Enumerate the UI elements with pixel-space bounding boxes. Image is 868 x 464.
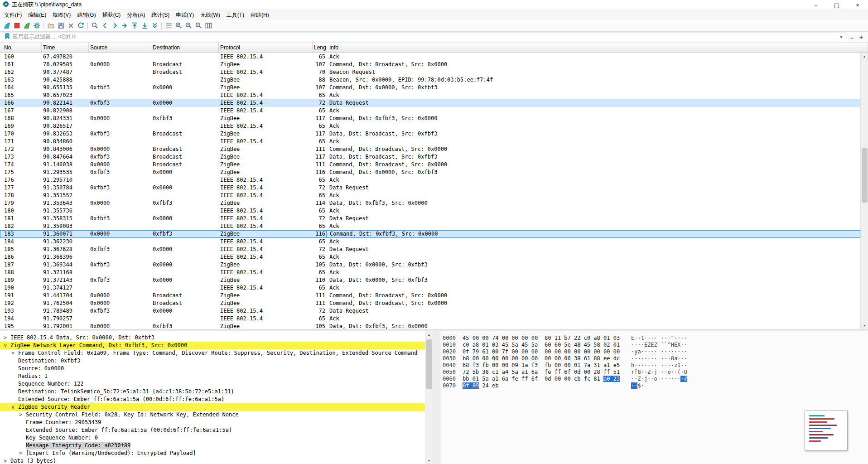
find-packet-icon[interactable] [90, 21, 100, 30]
scroll-down-icon[interactable]: ▼ [425, 457, 433, 464]
packet-row-182[interactable]: 18291.359083IEEE 802.15.465Ack [0, 222, 860, 230]
menu-item-file[interactable]: 文件(F) [1, 10, 25, 20]
packet-row-172[interactable]: 17290.8430060x0000BroadcastZigBee111Comm… [0, 145, 860, 153]
detail-row[interactable]: >[Expert Info (Warning/Undecoded): Encry… [0, 450, 425, 457]
packet-list-scrollbar-thumb[interactable] [862, 148, 868, 203]
close-button[interactable]: × [847, 0, 868, 10]
packet-row-188[interactable]: 18891.371168IEEE 802.15.465Ack [0, 269, 860, 276]
column-header-time[interactable]: Time [42, 43, 89, 53]
go-last-icon[interactable] [140, 21, 149, 30]
detail-row[interactable]: vZigBee Security Header [0, 403, 425, 411]
minimize-button[interactable]: − [805, 0, 826, 10]
hex-row-0040[interactable]: 004068 f3 fb 00 00 09 1a f3fb 00 00 01 7… [443, 362, 868, 369]
packet-list-scrollbar[interactable]: ▲ ▼ [860, 53, 868, 329]
detail-row[interactable]: Sequence Number: 122 [0, 380, 425, 388]
detail-row[interactable]: >IEEE 802.15.4 Data, Src: 0x0000, Dst: 0… [0, 334, 425, 342]
packet-row-161[interactable]: 16176.0295850x0000BroadcastZigBee107Comm… [0, 61, 860, 68]
zoom-in-icon[interactable] [174, 21, 183, 30]
hex-row-0070[interactable]: 00700f 89 24 eb··$· [443, 382, 868, 389]
packet-row-173[interactable]: 17390.8476640xfbf3BroadcastZigBee117Data… [0, 153, 860, 161]
column-header-no[interactable]: No. [0, 43, 42, 53]
packet-row-187[interactable]: 18791.3693440xfbf30x0000ZigBee105Data, D… [0, 261, 860, 269]
reload-icon[interactable] [76, 21, 86, 30]
expand-arrow-icon[interactable]: > [19, 450, 26, 457]
expand-arrow-icon[interactable]: > [4, 457, 10, 464]
packet-row-166[interactable]: 16690.8221410xfbf30x0000IEEE 802.15.472D… [0, 99, 860, 107]
close-file-icon[interactable] [66, 21, 76, 30]
detail-row[interactable]: Destination: 0xfbf3 [0, 357, 425, 365]
detail-row[interactable]: Destination: TelinkSemico_5b:72:e5:a1:31… [0, 388, 425, 396]
display-filter-input[interactable]: 应用显示过滤器 ... <Ctrl-/> ▼ [2, 33, 846, 41]
packet-row-178[interactable]: 17891.351552IEEE 802.15.465Ack [0, 192, 860, 199]
packet-row-177[interactable]: 17791.3507840xfbf30x0000IEEE 802.15.472D… [0, 184, 860, 192]
packet-row-192[interactable]: 19291.7625040x0000BroadcastZigBee111Comm… [0, 300, 860, 307]
resize-columns-icon[interactable] [203, 21, 213, 30]
packet-row-185[interactable]: 18591.3676280xfbf30x0000IEEE 802.15.472D… [0, 246, 860, 253]
packet-row-189[interactable]: 18991.3721430xfbf30x0000ZigBee110Data, D… [0, 276, 860, 284]
scroll-down-icon[interactable]: ▼ [861, 322, 868, 329]
filter-dropdown-icon[interactable]: ▼ [839, 34, 844, 39]
expand-arrow-icon[interactable]: > [19, 411, 26, 419]
packet-row-181[interactable]: 18191.3583150xfbf30x0000IEEE 802.15.472D… [0, 215, 860, 222]
hex-row-0020[interactable]: 00200f 79 61 00 7f 00 00 0000 00 00 00 0… [443, 348, 868, 355]
detail-row[interactable]: Source: 0x0000 [0, 365, 425, 372]
packet-row-176[interactable]: 17691.295710IEEE 802.15.465Ack [0, 176, 860, 184]
packet-row-170[interactable]: 17090.8326530xfbf3BroadcastZigBee117Data… [0, 130, 860, 138]
column-header-len[interactable]: Lengt [313, 43, 326, 53]
packet-row-163[interactable]: 16390.425888ZigBee88Beacon, Src: 0x0000,… [0, 76, 860, 84]
auto-scroll-icon[interactable] [149, 21, 159, 30]
maximize-button[interactable]: ▢ [826, 0, 847, 10]
hex-row-0060[interactable]: 0060bb 01 5a a1 6a fe ff 6f0d 00 00 cb f… [443, 376, 868, 382]
collapse-arrow-icon[interactable]: v [11, 403, 18, 411]
packet-row-168[interactable]: 16890.8243310x00000xfbf3ZigBee117Command… [0, 115, 860, 122]
go-forward-icon[interactable] [110, 21, 120, 30]
details-scrollbar[interactable]: ▲ ▼ [425, 331, 433, 464]
packet-row-184[interactable]: 18491.362230IEEE 802.15.465Ack [0, 238, 860, 246]
detail-row[interactable]: Radius: 1 [0, 372, 425, 380]
packet-row-186[interactable]: 18691.368396IEEE 802.15.465Ack [0, 253, 860, 261]
capture-options-icon[interactable] [32, 21, 42, 30]
start-capture-icon[interactable] [2, 21, 12, 30]
filter-add-button[interactable]: + [856, 33, 866, 42]
stop-capture-icon[interactable] [12, 21, 22, 30]
packet-row-167[interactable]: 16790.822908IEEE 802.15.465Ack [0, 107, 860, 115]
collapse-arrow-icon[interactable]: v [4, 342, 10, 349]
menu-item-wireless[interactable]: 无线(W) [197, 10, 223, 20]
expand-arrow-icon[interactable]: > [11, 349, 18, 357]
open-file-icon[interactable] [46, 21, 56, 30]
go-first-icon[interactable] [130, 21, 140, 30]
packet-row-194[interactable]: 19491.790257IEEE 802.15.465Ack [0, 315, 860, 323]
save-file-icon[interactable] [56, 21, 66, 30]
go-to-packet-icon[interactable] [120, 21, 130, 30]
menu-item-go[interactable]: 跳转(G) [74, 10, 99, 20]
menu-item-help[interactable]: 帮助(H) [247, 10, 272, 20]
hex-row-0000[interactable]: 000045 00 00 74 00 00 00 0080 11 b7 22 c… [443, 335, 868, 342]
column-header-info[interactable]: Info [326, 43, 868, 53]
hex-row-0030[interactable]: 0030b8 00 00 00 00 00 00 0000 00 00 38 6… [443, 355, 868, 362]
packet-row-160[interactable]: 16067.497820IEEE 802.15.465Ack [0, 53, 860, 61]
menu-item-tools[interactable]: 工具(T) [223, 10, 247, 20]
packet-row-175[interactable]: 17591.2935350xfbf30x0000ZigBee116Command… [0, 169, 860, 176]
details-scrollbar-thumb[interactable] [426, 339, 432, 389]
restart-capture-icon[interactable] [22, 21, 32, 30]
detail-row[interactable]: vZigBee Network Layer Command, Dst: 0xfb… [0, 342, 425, 349]
packet-row-169[interactable]: 16990.826517IEEE 802.15.465Ack [0, 122, 860, 130]
packet-row-171[interactable]: 17190.834860IEEE 802.15.465Ack [0, 138, 860, 145]
menu-item-analyze[interactable]: 分析(A) [124, 10, 148, 20]
packet-row-195[interactable]: 19591.7920010x00000xfbf3ZigBee105Data, D… [0, 323, 860, 329]
column-header-proto[interactable]: Protocol [219, 43, 313, 53]
go-back-icon[interactable] [100, 21, 110, 30]
packet-row-193[interactable]: 19391.7894890xfbf30x0000IEEE 802.15.472D… [0, 307, 860, 315]
menu-item-statistics[interactable]: 统计(S) [148, 10, 173, 20]
filter-bookmark-icon[interactable] [5, 33, 10, 41]
detail-row[interactable]: >Frame Control Field: 0x1a09, Frame Type… [0, 349, 425, 357]
detail-row[interactable]: Frame Counter: 29053439 [0, 419, 425, 426]
packet-row-183[interactable]: 18391.3600710x00000xfbf3ZigBee116Command… [0, 230, 860, 238]
packet-row-162[interactable]: 16290.377487BroadcastIEEE 802.15.470Beac… [0, 68, 860, 76]
zoom-reset-icon[interactable] [193, 21, 203, 30]
menu-item-edit[interactable]: 编辑(E) [25, 10, 49, 20]
detail-row[interactable]: Message Integrity Code: a0230f89 [0, 442, 425, 450]
filter-apply-button[interactable]: → [846, 33, 856, 42]
hex-row-0050[interactable]: 005072 5b 38 c1 a4 5a a1 6afe ff 6f 0d 0… [443, 369, 868, 376]
scroll-up-icon[interactable]: ▲ [861, 53, 868, 60]
